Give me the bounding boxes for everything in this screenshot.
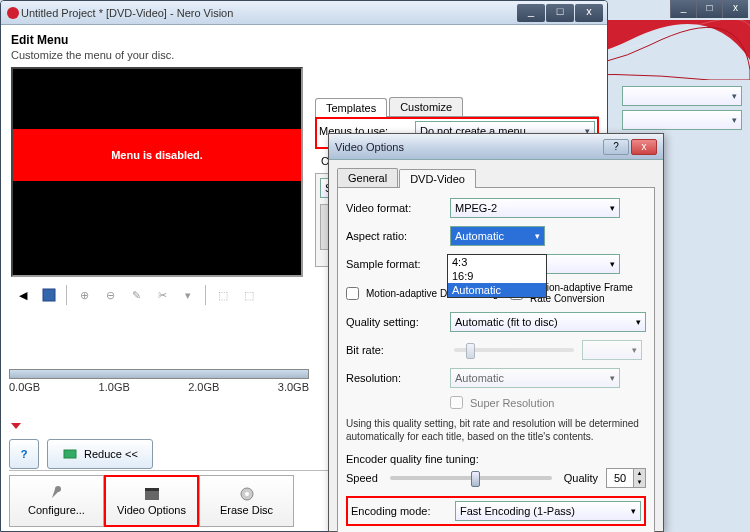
app-icon [5,5,21,21]
svg-rect-1 [43,289,55,301]
encoding-mode-label: Encoding mode: [351,505,451,517]
erase-disc-button[interactable]: Erase Disc [199,475,294,527]
bg-maximize-button[interactable]: □ [696,0,722,18]
clapper-icon [144,486,160,502]
resolution-label: Resolution: [346,372,446,384]
ruler-bar[interactable] [9,369,309,379]
dialog-titlebar[interactable]: Video Options ? x [329,134,663,160]
tool-2[interactable]: ⊖ [98,283,122,307]
aspect-ratio-label: Aspect ratio: [346,230,446,242]
bitrate-slider[interactable] [454,348,574,352]
wrench-icon [49,486,65,502]
dialog-title: Video Options [335,141,603,153]
tab-general[interactable]: General [337,168,398,187]
superres-label: Super Resolution [470,397,554,409]
bg-close-button[interactable]: x [722,0,748,18]
expand-button[interactable] [9,419,23,435]
aspect-option-43[interactable]: 4:3 [448,255,546,269]
svg-point-0 [7,7,19,19]
main-titlebar: Untitled Project * [DVD-Video] - Nero Vi… [1,1,607,25]
bg-dropdown-2[interactable] [622,110,742,130]
tool-4[interactable]: ✂ [150,283,174,307]
svg-point-7 [245,492,249,496]
tool-7[interactable]: ⬚ [237,283,261,307]
aspect-option-auto[interactable]: Automatic [448,283,546,297]
svg-rect-4 [145,491,159,500]
video-format-dropdown[interactable]: MPEG-2 [450,198,620,218]
speed-label: Speed [346,472,378,484]
quality-setting-dropdown[interactable]: Automatic (fit to disc) [450,312,646,332]
tab-dvd-video[interactable]: DVD-Video [399,169,476,188]
menu-preview: Menu is disabled. [11,67,303,277]
aspect-ratio-dropdown[interactable]: Automatic [450,226,545,246]
aspect-option-169[interactable]: 16:9 [448,269,546,283]
page-subheading: Customize the menu of your disc. [11,49,597,61]
quality-label: Quality [564,472,598,484]
video-options-button[interactable]: Video Options [104,475,199,527]
save-icon-button[interactable] [37,283,61,307]
video-options-dialog: Video Options ? x General DVD-Video Vide… [328,133,664,532]
finetune-label: Encoder quality fine tuning: [346,453,646,465]
tool-1[interactable]: ⊕ [72,283,96,307]
ruler-tick: 2.0GB [188,381,219,393]
ruler-tick: 3.0GB [278,381,309,393]
help-button[interactable]: ? [9,439,39,469]
disc-size-ruler: 0.0GB 1.0GB 2.0GB 3.0GB [9,369,309,401]
quality-slider[interactable] [390,476,552,480]
quality-setting-label: Quality setting: [346,316,446,328]
tool-3[interactable]: ✎ [124,283,148,307]
spin-down[interactable]: ▼ [633,478,645,487]
menu-disabled-banner: Menu is disabled. [13,129,301,181]
deinterlacing-checkbox[interactable] [346,287,359,300]
quality-value-input[interactable] [607,469,633,487]
video-format-label: Video format: [346,202,446,214]
quality-spinner[interactable]: ▲▼ [606,468,646,488]
bitrate-value[interactable] [582,340,642,360]
bg-minimize-button[interactable]: _ [670,0,696,18]
resolution-dropdown[interactable]: Automatic [450,368,620,388]
quality-note: Using this quality setting, bit rate and… [346,417,646,443]
sample-format-label: Sample format: [346,258,446,270]
dialog-close-button[interactable]: x [631,139,657,155]
svg-rect-2 [64,450,76,458]
tool-6[interactable]: ⬚ [211,283,235,307]
superres-checkbox[interactable] [450,396,463,409]
bg-window-buttons: _ □ x [670,0,748,18]
window-title: Untitled Project * [DVD-Video] - Nero Vi… [21,7,516,19]
reduce-button[interactable]: Reduce << [47,439,153,469]
bitrate-label: Bit rate: [346,344,446,356]
ruler-tick: 1.0GB [99,381,130,393]
ruler-tick: 0.0GB [9,381,40,393]
tool-5[interactable]: ▾ [176,283,200,307]
minimize-button[interactable]: _ [517,4,545,22]
framerate-label: Motion-adaptive Frame Rate Conversion [530,282,646,304]
encoding-mode-dropdown[interactable]: Fast Encoding (1-Pass) [455,501,641,521]
svg-rect-5 [145,488,159,491]
dialog-help-button[interactable]: ? [603,139,629,155]
maximize-button[interactable]: □ [546,4,574,22]
aspect-ratio-list: 4:3 16:9 Automatic [447,254,547,298]
prev-page-button[interactable]: ◀ [11,283,35,307]
disc-icon [239,486,255,502]
bg-dropdown-1[interactable] [622,86,742,106]
tab-templates[interactable]: Templates [315,98,387,117]
close-button[interactable]: x [575,4,603,22]
configure-button[interactable]: Configure... [9,475,104,527]
page-heading: Edit Menu [11,33,597,47]
spin-up[interactable]: ▲ [633,469,645,478]
tab-customize[interactable]: Customize [389,97,463,116]
